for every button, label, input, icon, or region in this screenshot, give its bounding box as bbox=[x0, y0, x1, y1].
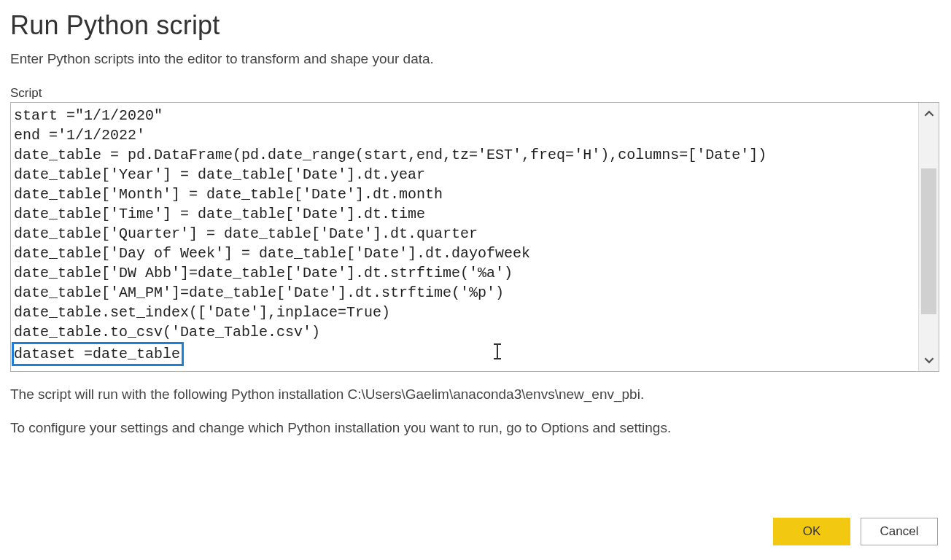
dialog-title: Run Python script bbox=[10, 10, 941, 41]
run-python-script-dialog: Run Python script Enter Python scripts i… bbox=[0, 0, 951, 449]
scroll-track[interactable] bbox=[919, 125, 939, 349]
vertical-scrollbar[interactable] bbox=[918, 103, 939, 371]
ok-button[interactable]: OK bbox=[773, 518, 850, 545]
script-editor-viewport[interactable]: start ="1/1/2020" end ='1/1/2022' date_t… bbox=[11, 103, 918, 371]
scroll-up-button[interactable] bbox=[919, 103, 939, 125]
script-label: Script bbox=[10, 86, 941, 101]
highlighted-assignment: dataset =date_table bbox=[12, 342, 184, 366]
chevron-down-icon bbox=[924, 355, 934, 365]
cancel-button[interactable]: Cancel bbox=[861, 518, 938, 545]
scroll-thumb[interactable] bbox=[921, 168, 936, 314]
dialog-subtitle: Enter Python scripts into the editor to … bbox=[10, 51, 941, 67]
python-install-info: The script will run with the following P… bbox=[10, 384, 941, 405]
dialog-buttons: OK Cancel bbox=[773, 518, 938, 545]
script-editor[interactable]: start ="1/1/2020" end ='1/1/2022' date_t… bbox=[10, 102, 939, 372]
script-code[interactable]: start ="1/1/2020" end ='1/1/2022' date_t… bbox=[11, 103, 918, 369]
scroll-down-button[interactable] bbox=[919, 349, 939, 371]
settings-hint: To configure your settings and change wh… bbox=[10, 417, 941, 439]
chevron-up-icon bbox=[924, 109, 934, 119]
